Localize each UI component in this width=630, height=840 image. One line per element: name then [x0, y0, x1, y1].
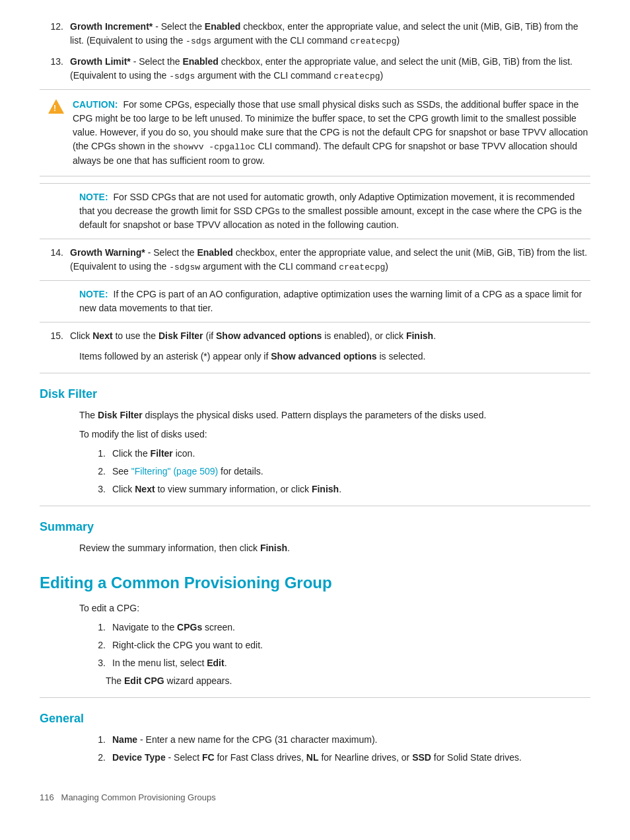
section-divider-1 [40, 373, 590, 373]
note-block-2: NOTE:If the CPG is part of an AO configu… [40, 280, 590, 323]
section-divider-2 [40, 506, 590, 506]
item-13-bold1: Enabled [182, 56, 218, 67]
item-14-list: 14. Growth Warning* - Select the Enabled… [40, 246, 590, 274]
page-footer: 116 Managing Common Provisioning Groups [40, 791, 590, 804]
item-13-mono1: -sdgs [169, 71, 195, 81]
summary-text: Review the summary information, then cli… [40, 541, 590, 555]
section-divider-3 [40, 697, 590, 698]
note-block-1: NOTE:For SSD CPGs that are not used for … [40, 183, 590, 239]
summary-heading: Summary [40, 518, 590, 536]
item-content-14: Growth Warning* - Select the Enabled che… [70, 246, 590, 274]
general-item-2: 2. Device Type - Select FC for Fast Clas… [92, 751, 590, 765]
item-content-15: Click Next to use the Disk Filter (if Sh… [70, 329, 590, 343]
item-num-15: 15. [46, 329, 70, 343]
general-items-list: 1. Name - Enter a new name for the CPG (… [40, 733, 590, 765]
list-item-14: 14. Growth Warning* - Select the Enabled… [40, 246, 590, 274]
note-label-1: NOTE: [79, 192, 108, 202]
list-item-12: 12. Growth Increment* - Select the Enabl… [40, 20, 590, 48]
disk-filter-step-3: 3. Click Next to view summary informatio… [92, 482, 590, 496]
item-13-mono2: createcpg [333, 71, 380, 81]
disk-filter-modify: To modify the list of disks used: [40, 428, 590, 441]
page-number: 116 [40, 792, 54, 802]
editing-steps: 1. Navigate to the CPGs screen. 2. Right… [40, 621, 590, 670]
item-12-label: Growth Increment* [70, 21, 153, 32]
disk-filter-steps: 1. Click the Filter icon. 2. See "Filter… [40, 447, 590, 496]
caution-text: CAUTION:For some CPGs, especially those … [73, 98, 590, 168]
list-item-13: 13. Growth Limit* - Select the Enabled c… [40, 55, 590, 83]
note-label-2: NOTE: [79, 289, 108, 299]
item-12-bold1: Enabled [205, 21, 240, 32]
caution-label: CAUTION: [73, 99, 118, 110]
item-14-mono1: -sdgsw [169, 262, 200, 272]
general-item-1: 1. Name - Enter a new name for the CPG (… [92, 733, 590, 747]
footer-text: Managing Common Provisioning Groups [61, 792, 216, 802]
item-num-12: 12. [46, 20, 70, 48]
item-12-mono2: createcpg [350, 36, 396, 46]
item-15-list: 15. Click Next to use the Disk Filter (i… [40, 329, 590, 343]
editing-step-2: 2. Right-click the CPG you want to edit. [92, 638, 590, 652]
asterisk-note: Items followed by an asterisk (*) appear… [40, 350, 590, 363]
editing-step-1: 1. Navigate to the CPGs screen. [92, 621, 590, 634]
caution-mono1: showvv -cpgalloc [173, 142, 256, 152]
editing-wizard: The Edit CPG wizard appears. [40, 674, 590, 688]
item-13-label: Growth Limit* [70, 56, 131, 67]
list-item-15: 15. Click Next to use the Disk Filter (i… [40, 329, 590, 343]
item-content-12: Growth Increment* - Select the Enabled c… [70, 20, 590, 48]
item-num-14: 14. [46, 246, 70, 274]
disk-filter-intro: The Disk Filter displays the physical di… [40, 408, 590, 422]
item-num-13: 13. [46, 55, 70, 83]
item-content-13: Growth Limit* - Select the Enabled check… [70, 55, 590, 83]
caution-icon: ! [40, 99, 73, 119]
editing-intro: To edit a CPG: [40, 601, 590, 615]
item-14-mono2: createcpg [339, 262, 385, 272]
editing-heading: Editing a Common Provisioning Group [40, 571, 590, 595]
disk-filter-step-1: 1. Click the Filter icon. [92, 447, 590, 461]
item-14-label: Growth Warning* [70, 247, 145, 258]
disk-filter-step-2: 2. See "Filtering" (page 509) for detail… [92, 465, 590, 478]
items-12-13: 12. Growth Increment* - Select the Enabl… [40, 20, 590, 83]
caution-block: ! CAUTION:For some CPGs, especially thos… [40, 89, 590, 176]
general-heading: General [40, 710, 590, 728]
editing-step-3: 3. In the menu list, select Edit. [92, 656, 590, 670]
disk-filter-heading: Disk Filter [40, 385, 590, 403]
filtering-link[interactable]: "Filtering" (page 509) [131, 466, 218, 477]
item-12-mono1: -sdgs [186, 36, 211, 46]
item-14-bold1: Enabled [197, 247, 232, 258]
